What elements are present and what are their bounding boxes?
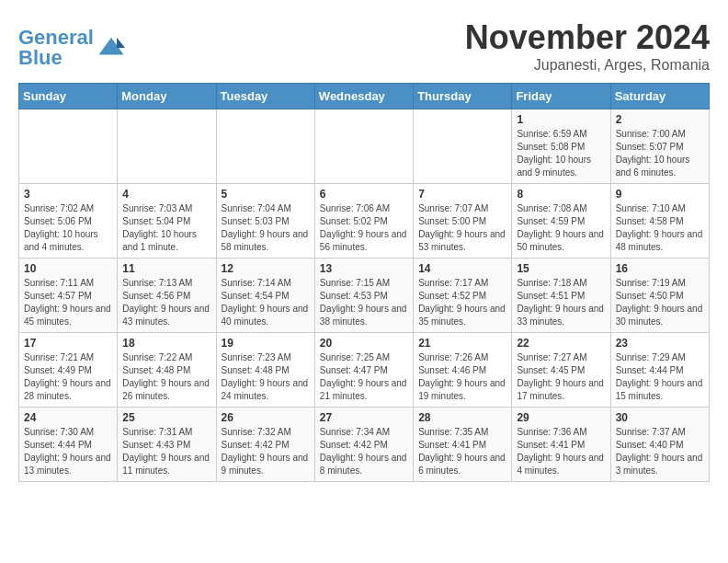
day-detail: Sunrise: 7:29 AM Sunset: 4:44 PM Dayligh… bbox=[616, 351, 704, 403]
day-detail: Sunrise: 7:13 AM Sunset: 4:56 PM Dayligh… bbox=[122, 277, 210, 328]
calendar-day-cell: 27Sunrise: 7:34 AM Sunset: 4:42 PM Dayli… bbox=[314, 408, 413, 482]
calendar-day-cell bbox=[118, 109, 216, 184]
day-number: 3 bbox=[24, 188, 112, 201]
day-number: 14 bbox=[418, 262, 506, 275]
day-number: 16 bbox=[616, 262, 704, 275]
weekday-header: Wednesday bbox=[314, 84, 413, 109]
day-detail: Sunrise: 6:59 AM Sunset: 5:08 PM Dayligh… bbox=[517, 128, 605, 179]
day-number: 26 bbox=[222, 411, 310, 424]
calendar-day-cell: 23Sunrise: 7:29 AM Sunset: 4:44 PM Dayli… bbox=[610, 333, 709, 408]
calendar-day-cell: 28Sunrise: 7:35 AM Sunset: 4:41 PM Dayli… bbox=[414, 408, 512, 482]
calendar-week-row: 24Sunrise: 7:30 AM Sunset: 4:44 PM Dayli… bbox=[19, 408, 710, 482]
calendar-week-row: 3Sunrise: 7:02 AM Sunset: 5:06 PM Daylig… bbox=[19, 184, 710, 259]
weekday-header: Friday bbox=[512, 84, 610, 109]
day-number: 17 bbox=[24, 337, 112, 350]
calendar-day-cell: 14Sunrise: 7:17 AM Sunset: 4:52 PM Dayli… bbox=[414, 259, 512, 333]
calendar-day-cell: 25Sunrise: 7:31 AM Sunset: 4:43 PM Dayli… bbox=[118, 408, 216, 482]
day-number: 11 bbox=[122, 262, 210, 275]
weekday-header: Tuesday bbox=[216, 84, 314, 109]
day-number: 8 bbox=[517, 188, 605, 201]
calendar-day-cell: 8Sunrise: 7:08 AM Sunset: 4:59 PM Daylig… bbox=[512, 184, 610, 259]
day-number: 21 bbox=[418, 337, 506, 350]
day-detail: Sunrise: 7:17 AM Sunset: 4:52 PM Dayligh… bbox=[418, 277, 506, 328]
day-number: 7 bbox=[418, 188, 506, 201]
calendar-day-cell bbox=[19, 109, 118, 184]
day-detail: Sunrise: 7:21 AM Sunset: 4:49 PM Dayligh… bbox=[24, 351, 112, 403]
calendar-day-cell: 18Sunrise: 7:22 AM Sunset: 4:48 PM Dayli… bbox=[118, 333, 216, 408]
logo-icon bbox=[97, 34, 125, 62]
weekday-header: Sunday bbox=[19, 84, 118, 109]
day-detail: Sunrise: 7:19 AM Sunset: 4:50 PM Dayligh… bbox=[616, 277, 704, 328]
weekday-header: Saturday bbox=[610, 84, 709, 109]
day-detail: Sunrise: 7:26 AM Sunset: 4:46 PM Dayligh… bbox=[418, 351, 506, 403]
svg-marker-1 bbox=[117, 38, 125, 48]
day-number: 4 bbox=[122, 188, 210, 201]
day-number: 24 bbox=[24, 411, 112, 424]
day-detail: Sunrise: 7:02 AM Sunset: 5:06 PM Dayligh… bbox=[24, 202, 112, 254]
calendar-day-cell: 3Sunrise: 7:02 AM Sunset: 5:06 PM Daylig… bbox=[19, 184, 118, 259]
day-number: 12 bbox=[222, 262, 310, 275]
calendar-day-cell: 10Sunrise: 7:11 AM Sunset: 4:57 PM Dayli… bbox=[19, 259, 118, 333]
day-number: 25 bbox=[122, 411, 210, 424]
weekday-header-row: SundayMondayTuesdayWednesdayThursdayFrid… bbox=[19, 84, 710, 109]
day-number: 27 bbox=[320, 411, 408, 424]
day-number: 18 bbox=[122, 337, 210, 350]
weekday-header: Monday bbox=[118, 84, 216, 109]
day-number: 2 bbox=[616, 113, 704, 126]
day-detail: Sunrise: 7:08 AM Sunset: 4:59 PM Dayligh… bbox=[517, 202, 605, 254]
day-number: 9 bbox=[616, 188, 704, 201]
day-detail: Sunrise: 7:10 AM Sunset: 4:58 PM Dayligh… bbox=[616, 202, 704, 254]
day-detail: Sunrise: 7:14 AM Sunset: 4:54 PM Dayligh… bbox=[222, 277, 310, 328]
day-number: 10 bbox=[24, 262, 112, 275]
day-number: 29 bbox=[517, 411, 605, 424]
logo-text: General Blue bbox=[18, 28, 94, 68]
calendar-day-cell: 17Sunrise: 7:21 AM Sunset: 4:49 PM Dayli… bbox=[19, 333, 118, 408]
calendar-day-cell: 5Sunrise: 7:04 AM Sunset: 5:03 PM Daylig… bbox=[216, 184, 314, 259]
day-detail: Sunrise: 7:03 AM Sunset: 5:04 PM Dayligh… bbox=[122, 202, 210, 254]
weekday-header: Thursday bbox=[414, 84, 512, 109]
calendar-week-row: 17Sunrise: 7:21 AM Sunset: 4:49 PM Dayli… bbox=[19, 333, 710, 408]
day-number: 6 bbox=[320, 188, 408, 201]
day-detail: Sunrise: 7:32 AM Sunset: 4:42 PM Dayligh… bbox=[222, 426, 310, 477]
page-header: General Blue November 2024 Jupanesti, Ar… bbox=[18, 18, 710, 74]
calendar-day-cell: 22Sunrise: 7:27 AM Sunset: 4:45 PM Dayli… bbox=[512, 333, 610, 408]
calendar-table: SundayMondayTuesdayWednesdayThursdayFrid… bbox=[18, 83, 710, 482]
day-detail: Sunrise: 7:34 AM Sunset: 4:42 PM Dayligh… bbox=[320, 426, 408, 477]
day-detail: Sunrise: 7:35 AM Sunset: 4:41 PM Dayligh… bbox=[418, 426, 506, 477]
day-number: 15 bbox=[517, 262, 605, 275]
day-detail: Sunrise: 7:25 AM Sunset: 4:47 PM Dayligh… bbox=[320, 351, 408, 403]
day-detail: Sunrise: 7:30 AM Sunset: 4:44 PM Dayligh… bbox=[24, 426, 112, 477]
day-detail: Sunrise: 7:27 AM Sunset: 4:45 PM Dayligh… bbox=[517, 351, 605, 403]
calendar-week-row: 1Sunrise: 6:59 AM Sunset: 5:08 PM Daylig… bbox=[19, 109, 710, 184]
calendar-day-cell: 4Sunrise: 7:03 AM Sunset: 5:04 PM Daylig… bbox=[118, 184, 216, 259]
day-number: 30 bbox=[616, 411, 704, 424]
day-number: 28 bbox=[418, 411, 506, 424]
calendar-day-cell: 21Sunrise: 7:26 AM Sunset: 4:46 PM Dayli… bbox=[414, 333, 512, 408]
day-detail: Sunrise: 7:23 AM Sunset: 4:48 PM Dayligh… bbox=[222, 351, 310, 403]
calendar-day-cell: 2Sunrise: 7:00 AM Sunset: 5:07 PM Daylig… bbox=[610, 109, 709, 184]
day-detail: Sunrise: 7:36 AM Sunset: 4:41 PM Dayligh… bbox=[517, 426, 605, 477]
day-number: 22 bbox=[517, 337, 605, 350]
calendar-day-cell: 12Sunrise: 7:14 AM Sunset: 4:54 PM Dayli… bbox=[216, 259, 314, 333]
calendar-day-cell: 7Sunrise: 7:07 AM Sunset: 5:00 PM Daylig… bbox=[414, 184, 512, 259]
calendar-day-cell: 16Sunrise: 7:19 AM Sunset: 4:50 PM Dayli… bbox=[610, 259, 709, 333]
calendar-day-cell: 20Sunrise: 7:25 AM Sunset: 4:47 PM Dayli… bbox=[314, 333, 413, 408]
day-detail: Sunrise: 7:22 AM Sunset: 4:48 PM Dayligh… bbox=[122, 351, 210, 403]
day-detail: Sunrise: 7:37 AM Sunset: 4:40 PM Dayligh… bbox=[616, 426, 704, 477]
calendar-day-cell: 13Sunrise: 7:15 AM Sunset: 4:53 PM Dayli… bbox=[314, 259, 413, 333]
day-detail: Sunrise: 7:18 AM Sunset: 4:51 PM Dayligh… bbox=[517, 277, 605, 328]
calendar-day-cell: 26Sunrise: 7:32 AM Sunset: 4:42 PM Dayli… bbox=[216, 408, 314, 482]
calendar-day-cell: 24Sunrise: 7:30 AM Sunset: 4:44 PM Dayli… bbox=[19, 408, 118, 482]
day-detail: Sunrise: 7:07 AM Sunset: 5:00 PM Dayligh… bbox=[418, 202, 506, 254]
day-detail: Sunrise: 7:04 AM Sunset: 5:03 PM Dayligh… bbox=[222, 202, 310, 254]
day-detail: Sunrise: 7:00 AM Sunset: 5:07 PM Dayligh… bbox=[616, 128, 704, 179]
calendar-day-cell bbox=[216, 109, 314, 184]
day-number: 19 bbox=[222, 337, 310, 350]
day-detail: Sunrise: 7:06 AM Sunset: 5:02 PM Dayligh… bbox=[320, 202, 408, 254]
calendar-day-cell bbox=[314, 109, 413, 184]
day-number: 5 bbox=[222, 188, 310, 201]
calendar-day-cell: 1Sunrise: 6:59 AM Sunset: 5:08 PM Daylig… bbox=[512, 109, 610, 184]
day-detail: Sunrise: 7:11 AM Sunset: 4:57 PM Dayligh… bbox=[24, 277, 112, 328]
day-number: 23 bbox=[616, 337, 704, 350]
day-number: 1 bbox=[517, 113, 605, 126]
